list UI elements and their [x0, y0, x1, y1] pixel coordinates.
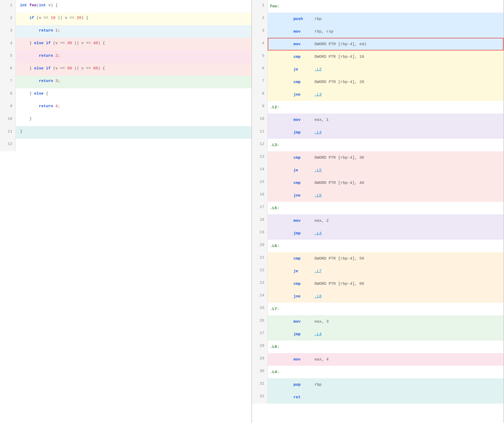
source-code: } [16, 126, 251, 139]
asm-code: .L4: [268, 366, 503, 378]
asm-operands: DWORD PTR [rbp-4], 20 [314, 80, 364, 84]
line-number: 11 [252, 126, 268, 139]
asm-line: 17.L5: [252, 202, 503, 214]
asm-code: cmpDWORD PTR [rbp-4], 60 [268, 277, 503, 290]
asm-instruction: pop [293, 383, 314, 387]
asm-code: moveax, 3 [268, 315, 503, 328]
line-number: 30 [252, 366, 268, 378]
line-number: 1 [0, 0, 16, 13]
line-number: 25 [252, 303, 268, 315]
asm-link[interactable]: .L4 [314, 332, 322, 337]
asm-link[interactable]: .L8 [314, 294, 322, 299]
line-number: 9 [252, 101, 268, 114]
asm-line: 8jne.L3 [252, 88, 503, 101]
asm-code: moveax, 2 [268, 214, 503, 227]
asm-operands: eax, 4 [314, 357, 329, 362]
line-number: 1 [252, 0, 268, 13]
line-number: 12 [0, 139, 16, 151]
asm-link[interactable]: .L7 [314, 269, 322, 274]
asm-instruction: je [293, 168, 314, 173]
source-code: } else if (v == 50 || v == 60) { [16, 63, 251, 76]
asm-code: cmpDWORD PTR [rbp-4], 30 [268, 151, 503, 164]
asm-link[interactable]: .L6 [314, 193, 322, 198]
asm-code: cmpDWORD PTR [rbp-4], 10 [268, 50, 503, 63]
line-number: 4 [0, 38, 16, 50]
asm-link[interactable]: .L3 [314, 92, 322, 97]
asm-line: 14je.L5 [252, 164, 503, 177]
source-line: 8 } else { [0, 88, 251, 101]
asm-line: 20.L6: [252, 240, 503, 252]
asm-line: 29moveax, 4 [252, 353, 503, 366]
source-code: } else { [16, 88, 251, 101]
asm-link[interactable]: .L4 [314, 231, 322, 236]
asm-code: pushrbp [268, 13, 503, 25]
asm-line: 28.L8: [252, 341, 503, 353]
source-code: return 4; [16, 101, 251, 114]
asm-instruction: jne [293, 193, 314, 198]
source-code: int foo(int v) { [16, 0, 251, 13]
source-line: 10 } [0, 114, 251, 126]
asm-line: 31poprbp [252, 378, 503, 391]
line-number: 17 [252, 202, 268, 214]
asm-instruction: cmp [293, 156, 314, 160]
line-number: 5 [0, 50, 16, 63]
line-number: 8 [252, 88, 268, 101]
source-pane: 1int foo(int v) {2 if (v == 10 || v == 2… [0, 0, 252, 423]
asm-instruction: jne [293, 92, 314, 97]
asm-code: cmpDWORD PTR [rbp-4], 20 [268, 76, 503, 88]
asm-link[interactable]: .L2 [314, 67, 322, 72]
asm-link[interactable]: .L4 [314, 130, 322, 135]
asm-operands: DWORD PTR [rbp-4], 50 [314, 256, 364, 261]
line-number: 3 [0, 25, 16, 38]
line-number: 3 [252, 25, 268, 38]
asm-label: .L5: [270, 206, 293, 210]
asm-line: 5cmpDWORD PTR [rbp-4], 10 [252, 50, 503, 63]
asm-instruction: cmp [293, 256, 314, 261]
asm-line: 15cmpDWORD PTR [rbp-4], 40 [252, 177, 503, 189]
asm-line: 9.L2: [252, 101, 503, 114]
asm-instruction: mov [293, 42, 314, 47]
asm-code: .L5: [268, 202, 503, 214]
asm-line: 4movDWORD PTR [rbp-4], edi [252, 38, 503, 50]
asm-code: jmp.L4 [268, 328, 503, 341]
source-code: } else if (v == 30 || v == 40) { [16, 38, 251, 50]
asm-line: 12.L3: [252, 139, 503, 151]
line-number: 15 [252, 177, 268, 189]
asm-line: 24jne.L8 [252, 290, 503, 303]
asm-line: 27jmp.L4 [252, 328, 503, 341]
asm-code: foo: [268, 0, 503, 13]
line-number: 13 [252, 151, 268, 164]
asm-label: .L7: [270, 307, 293, 311]
asm-instruction: cmp [293, 80, 314, 84]
asm-line: 16jne.L6 [252, 189, 503, 202]
line-number: 10 [0, 114, 16, 126]
asm-code: je.L2 [268, 63, 503, 76]
asm-line: 23cmpDWORD PTR [rbp-4], 60 [252, 277, 503, 290]
asm-code: jne.L3 [268, 88, 503, 101]
asm-line: 18moveax, 2 [252, 214, 503, 227]
source-code: return 2; [16, 50, 251, 63]
source-code: } [16, 114, 251, 126]
asm-line: 25.L7: [252, 303, 503, 315]
line-number: 29 [252, 353, 268, 366]
asm-label: foo: [270, 4, 293, 9]
asm-code: jmp.L4 [268, 126, 503, 139]
asm-label: .L4: [270, 370, 293, 374]
asm-instruction: je [293, 269, 314, 274]
line-number: 2 [252, 13, 268, 25]
asm-code: jmp.L4 [268, 227, 503, 240]
asm-label: .L8: [270, 345, 293, 349]
line-number: 2 [0, 13, 16, 25]
asm-link[interactable]: .L5 [314, 168, 322, 173]
asm-line: 26moveax, 3 [252, 315, 503, 328]
source-code: return 3; [16, 76, 251, 88]
asm-instruction: ret [293, 395, 314, 400]
asm-label: .L6: [270, 244, 293, 248]
source-line: 6 } else if (v == 50 || v == 60) { [0, 63, 251, 76]
line-number: 6 [0, 63, 16, 76]
source-line: 2 if (v == 10 || v == 20) { [0, 13, 251, 25]
asm-code: .L8: [268, 341, 503, 353]
asm-line: 32ret [252, 391, 503, 404]
asm-instruction: mov [293, 29, 314, 34]
asm-label: .L3: [270, 143, 293, 147]
